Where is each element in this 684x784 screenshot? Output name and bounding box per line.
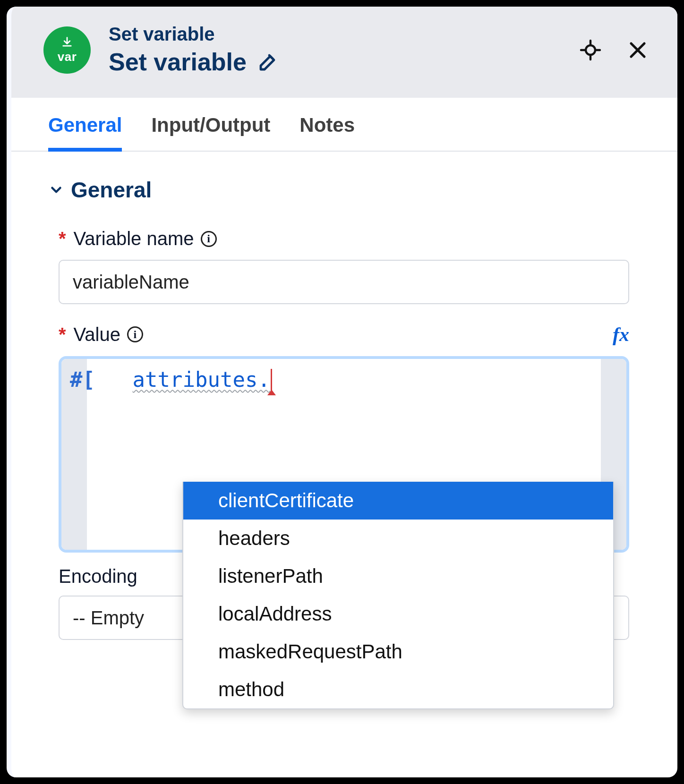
component-title: Set variable [109,48,247,76]
config-panel: var Set variable Set variable [7,7,677,777]
locate-icon [579,39,602,61]
encoding-value: -- Empty [73,607,144,629]
section-title: General [71,177,152,203]
component-badge: var [43,26,91,74]
variable-name-label: Variable name [74,228,194,249]
svg-point-0 [586,45,595,55]
edit-title-button[interactable] [255,49,282,75]
autocomplete-item[interactable]: clientCertificate [183,482,613,520]
expression-line: #[ attributes. [70,367,272,392]
autocomplete-item[interactable]: localAddress [183,595,613,633]
pencil-icon [257,51,280,73]
expression-delimiter: #[ [70,367,95,392]
autocomplete-item[interactable]: listenerPath [183,557,613,595]
component-badge-text: var [58,50,77,64]
variable-name-input[interactable] [59,260,629,304]
tab-general[interactable]: General [48,114,122,152]
tab-input-output[interactable]: Input/Output [151,114,270,151]
panel-header: var Set variable Set variable [11,7,677,98]
required-marker: * [59,228,66,249]
text-caret [271,369,272,391]
autocomplete-item[interactable]: maskedRequestPath [183,633,613,671]
section-toggle-general[interactable]: General [48,177,648,203]
close-icon [626,39,649,61]
download-arrow-icon [60,35,74,49]
expression-identifier: attributes. [132,367,270,392]
autocomplete-popup: clientCertificate headers listenerPath l… [182,482,614,709]
close-button[interactable] [624,37,651,63]
component-type-label: Set variable [109,24,577,45]
fx-toggle-button[interactable]: fx [613,323,629,346]
field-variable-name: * Variable name i [59,228,629,304]
chevron-down-icon [48,182,64,198]
autocomplete-item[interactable]: method [183,671,613,708]
tab-bar: General Input/Output Notes [11,98,677,152]
tab-notes[interactable]: Notes [299,114,355,151]
value-label: Value [74,324,120,345]
required-marker: * [59,324,66,345]
locate-button[interactable] [577,37,604,63]
info-icon[interactable]: i [201,231,217,247]
info-icon[interactable]: i [127,326,143,342]
autocomplete-item[interactable]: headers [183,520,613,557]
